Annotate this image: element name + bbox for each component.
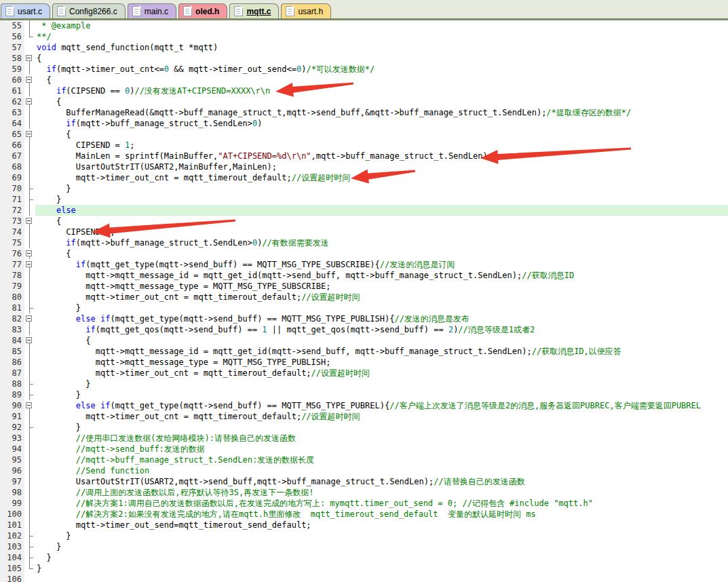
tab-usart-h[interactable]: usart.h xyxy=(281,3,331,18)
code-text: mqtt->mqtt_message_id = mqtt_get_id(mqtt… xyxy=(35,346,728,357)
tab-oled-h[interactable]: oled.h xyxy=(178,3,227,18)
line-number: 74 xyxy=(0,227,24,237)
fold-margin[interactable] xyxy=(24,259,35,270)
code-line: 62 { xyxy=(0,96,728,107)
code-text: } xyxy=(35,194,728,205)
fold-margin[interactable] xyxy=(24,216,35,227)
fold-collapse-icon[interactable] xyxy=(26,77,32,83)
code-text: mqtt->timer_out_send=mqtt_timerout_send_… xyxy=(35,520,728,530)
tab-usart-c[interactable]: usart.c xyxy=(1,3,50,18)
line-number: 83 xyxy=(0,324,24,335)
fold-margin xyxy=(24,357,35,368)
code-text: UsartOutStrIT(USART2,mqtt->send_buff,mqt… xyxy=(35,476,728,487)
line-number: 78 xyxy=(0,270,24,281)
fold-margin xyxy=(24,487,35,498)
code-line: 78 mqtt->mqtt_message_id = mqtt_get_id(m… xyxy=(0,270,728,281)
document-icon xyxy=(57,6,66,16)
fold-collapse-icon[interactable] xyxy=(26,337,32,343)
fold-margin xyxy=(24,444,35,454)
fold-margin xyxy=(24,324,35,335)
line-number: 94 xyxy=(0,444,24,454)
fold-margin xyxy=(24,140,35,151)
line-number: 103 xyxy=(0,541,24,552)
fold-margin[interactable] xyxy=(24,313,35,324)
line-number: 60 xyxy=(0,75,24,85)
tab-mqtt-c[interactable]: mqtt.c xyxy=(229,3,279,18)
fold-margin[interactable] xyxy=(24,75,35,85)
code-text: { xyxy=(35,129,728,140)
code-line: 104 } xyxy=(0,552,728,563)
code-line: 85 mqtt->mqtt_message_id = mqtt_get_id(m… xyxy=(0,346,728,357)
code-line: 93 //使用串口发送数据(发给网络模块):请替换自己的发送函数 xyxy=(0,433,728,444)
fold-collapse-icon[interactable] xyxy=(26,402,32,408)
fold-margin xyxy=(24,237,35,248)
fold-margin xyxy=(24,270,35,281)
fold-collapse-icon[interactable] xyxy=(26,218,32,224)
tab-main-c[interactable]: main.c xyxy=(128,3,176,18)
code-text: //Send function xyxy=(35,465,728,476)
code-text: { xyxy=(35,96,728,107)
fold-margin xyxy=(24,520,35,530)
code-line: 101 mqtt->timer_out_send=mqtt_timerout_s… xyxy=(0,520,728,530)
fold-collapse-icon[interactable] xyxy=(26,98,32,104)
code-line: 98 //调用上面的发送函数以后,程序默认等待3S,再发送下一条数据! xyxy=(0,487,728,498)
fold-collapse-icon[interactable] xyxy=(26,261,32,267)
fold-margin xyxy=(24,281,35,292)
line-number: 86 xyxy=(0,357,24,368)
line-number: 99 xyxy=(0,498,24,509)
code-line: 65 { xyxy=(0,129,728,140)
code-line: 76 { xyxy=(0,248,728,259)
fold-margin xyxy=(24,31,35,42)
line-number: 102 xyxy=(0,530,24,541)
code-line: 64 if(mqtt->buff_manage_struct_t.SendLen… xyxy=(0,118,728,129)
code-text: CIPSEND = 1; xyxy=(35,140,728,151)
code-text: { xyxy=(35,53,728,64)
line-number: 82 xyxy=(0,313,24,324)
fold-margin xyxy=(24,172,35,183)
fold-collapse-icon[interactable] xyxy=(26,250,32,256)
code-text: mqtt->mqtt_message_id = mqtt_get_id(mqtt… xyxy=(35,270,728,281)
fold-margin[interactable] xyxy=(24,400,35,411)
fold-margin[interactable] xyxy=(24,53,35,64)
fold-margin xyxy=(24,194,35,205)
code-text: //mqtt->buff_manage_struct_t.SendLen:发送的… xyxy=(35,454,728,465)
code-line: 87 mqtt->timer_out_cnt = mqtt_timerout_d… xyxy=(0,368,728,379)
code-text: mqtt->mqtt_message_type = MQTT_MSG_TYPE_… xyxy=(35,357,728,368)
fold-margin xyxy=(24,411,35,422)
line-number: 57 xyxy=(0,42,24,53)
tab-label: main.c xyxy=(145,7,168,16)
code-text: if(mqtt_get_qos(mqtt->send_buff) == 1 ||… xyxy=(35,324,728,335)
code-text: else xyxy=(35,205,728,216)
fold-margin[interactable] xyxy=(24,248,35,259)
line-number: 101 xyxy=(0,520,24,530)
line-number: 105 xyxy=(0,563,24,574)
fold-margin xyxy=(24,563,35,574)
fold-margin[interactable] xyxy=(24,335,35,346)
line-number: 84 xyxy=(0,335,24,346)
code-text: mqtt->timer_out_cnt = mqtt_timerout_defa… xyxy=(35,172,728,183)
code-line: 75 if(mqtt->buff_manage_struct_t.SendLen… xyxy=(0,237,728,248)
fold-margin[interactable] xyxy=(24,96,35,107)
fold-collapse-icon[interactable] xyxy=(26,131,32,137)
line-number: 77 xyxy=(0,259,24,270)
fold-margin[interactable] xyxy=(24,129,35,140)
tab-config8266-c[interactable]: Config8266.c xyxy=(52,3,126,18)
fold-collapse-icon[interactable] xyxy=(26,55,32,61)
code-text: if(CIPSEND == 0)//没有发送AT+CIPSEND=XXXX\r\… xyxy=(35,85,728,96)
fold-collapse-icon[interactable] xyxy=(26,315,32,322)
code-line: 89 } xyxy=(0,389,728,400)
code-line: 105} xyxy=(0,563,728,574)
document-icon xyxy=(183,6,192,16)
code-text: else if(mqtt_get_type(mqtt->send_buff) =… xyxy=(35,400,728,411)
document-icon xyxy=(286,6,294,16)
code-line: 106 xyxy=(0,574,728,582)
code-editor[interactable]: 55 * @example56**/57void mqtt_send_funct… xyxy=(0,20,728,582)
code-line: 56**/ xyxy=(0,31,728,42)
line-number: 95 xyxy=(0,454,24,465)
line-number: 73 xyxy=(0,216,24,227)
code-text: } xyxy=(35,541,728,552)
document-icon xyxy=(234,6,243,16)
line-number: 58 xyxy=(0,53,24,64)
code-line: 99 //解决方案1:调用自己的发送数据函数以后,在发送完成的地方写上: mym… xyxy=(0,498,728,509)
code-text: * @example xyxy=(35,20,728,31)
